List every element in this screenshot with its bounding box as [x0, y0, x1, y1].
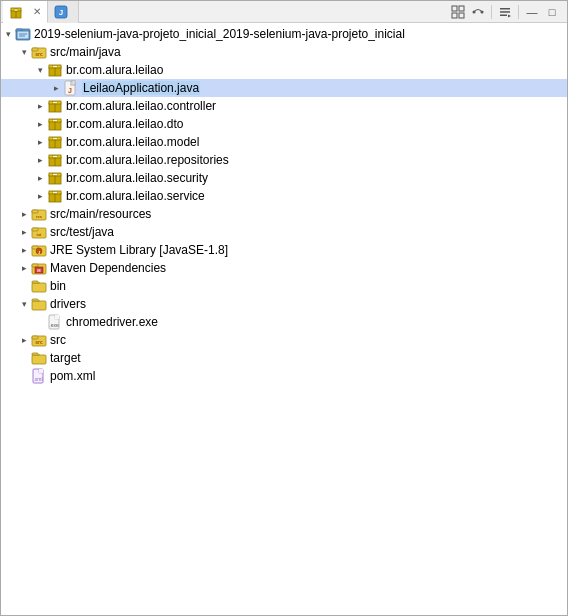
tree-toggle-19[interactable] [17, 351, 31, 365]
tree-toggle-17[interactable] [33, 315, 47, 329]
tree-toggle-10[interactable]: ▸ [33, 189, 47, 203]
tab-package-explorer-close[interactable]: ✕ [33, 6, 41, 17]
tree-item-17[interactable]: .exe chromedriver.exe [1, 313, 567, 331]
tree-label-16: drivers [50, 297, 86, 311]
tree-toggle-16[interactable]: ▾ [17, 297, 31, 311]
tree-toggle-18[interactable]: ▸ [17, 333, 31, 347]
tree-toggle-6[interactable]: ▸ [33, 117, 47, 131]
svg-rect-74 [55, 315, 59, 319]
view-menu-button[interactable] [496, 3, 514, 21]
link-with-editor-button[interactable] [469, 3, 487, 21]
svg-point-11 [481, 10, 484, 13]
tree-item-9[interactable]: ▸ br.com.alura.leilao.security [1, 169, 567, 187]
package-explorer-icon [9, 5, 23, 19]
tree-icon-16 [31, 296, 47, 312]
tree-toggle-4[interactable]: ▸ [49, 81, 63, 95]
tree-item-2[interactable]: ▾ src src/main/java [1, 43, 567, 61]
svg-text:.exe: .exe [49, 322, 59, 328]
tree-item-4[interactable]: ▸ J LeilaoApplication.java [1, 79, 567, 97]
svg-marker-15 [508, 14, 511, 17]
tree-item-15[interactable]: bin [1, 277, 567, 295]
tree-icon-5 [47, 98, 63, 114]
tabs-container: ✕ J [3, 1, 79, 22]
tree-toggle-5[interactable]: ▸ [33, 99, 47, 113]
svg-rect-43 [53, 138, 58, 140]
tree-label-20: pom.xml [50, 369, 95, 383]
svg-rect-51 [53, 174, 58, 176]
tree-item-11[interactable]: ▸ res src/main/resources [1, 205, 567, 223]
svg-text:res: res [36, 214, 43, 219]
tree-item-10[interactable]: ▸ br.com.alura.leilao.service [1, 187, 567, 205]
svg-rect-82 [39, 369, 43, 373]
tree-item-18[interactable]: ▸ src src [1, 331, 567, 349]
minimize-button[interactable]: — [523, 3, 541, 21]
tree-icon-17: .exe [47, 314, 63, 330]
tree-icon-18: src [31, 332, 47, 348]
tree-toggle-11[interactable]: ▸ [17, 207, 31, 221]
tree-icon-10 [47, 188, 63, 204]
tree-toggle-13[interactable]: ▸ [17, 243, 31, 257]
svg-rect-12 [500, 8, 510, 10]
svg-rect-55 [53, 192, 58, 194]
svg-rect-3 [14, 9, 18, 11]
tree-toggle-1[interactable]: ▾ [1, 27, 15, 41]
tree-label-8: br.com.alura.leilao.repositories [66, 153, 229, 167]
svg-rect-8 [452, 13, 457, 18]
tree-label-11: src/main/resources [50, 207, 151, 221]
tree-icon-13: J [31, 242, 47, 258]
tree-icon-3 [47, 62, 63, 78]
tab-package-explorer[interactable]: ✕ [3, 1, 48, 23]
tree-toggle-14[interactable]: ▸ [17, 261, 31, 275]
svg-rect-57 [32, 210, 38, 213]
tree-toggle-20[interactable] [17, 369, 31, 383]
svg-rect-27 [53, 66, 58, 68]
tree-item-1[interactable]: ▾ 2019-selenium-java-projeto_inicial_201… [1, 25, 567, 43]
tree-item-16[interactable]: ▾ drivers [1, 295, 567, 313]
tree-label-6: br.com.alura.leilao.dto [66, 117, 183, 131]
svg-rect-67 [32, 264, 38, 267]
tree-item-20[interactable]: .xml pom.xml [1, 367, 567, 385]
tree-label-15: bin [50, 279, 66, 293]
svg-text:src: src [35, 51, 43, 57]
svg-rect-70 [32, 283, 46, 292]
tree-label-17: chromedriver.exe [66, 315, 158, 329]
tree-item-14[interactable]: ▸ M Maven Dependencies [1, 259, 567, 277]
svg-rect-18 [17, 31, 29, 39]
tree-icon-7 [47, 134, 63, 150]
tree-toggle-12[interactable]: ▸ [17, 225, 31, 239]
svg-rect-14 [500, 14, 507, 16]
tree-toggle-7[interactable]: ▸ [33, 135, 47, 149]
svg-point-10 [473, 10, 476, 13]
maximize-button[interactable]: □ [543, 3, 561, 21]
tree-toggle-2[interactable]: ▾ [17, 45, 31, 59]
tree-toggle-15[interactable] [17, 279, 31, 293]
tree-label-7: br.com.alura.leilao.model [66, 135, 199, 149]
junit-icon: J [54, 5, 68, 19]
tree-item-12[interactable]: ▸ tst src/test/java [1, 223, 567, 241]
eclipse-window: ✕ J [0, 0, 568, 616]
tree-item-3[interactable]: ▾ br.com.alura.leilao [1, 61, 567, 79]
tree-item-19[interactable]: target [1, 349, 567, 367]
tree-item-13[interactable]: ▸ J JRE System Library [JavaSE-1.8] [1, 241, 567, 259]
svg-rect-35 [53, 102, 58, 104]
tree-item-8[interactable]: ▸ br.com.alura.leilao.repositories [1, 151, 567, 169]
svg-rect-79 [32, 355, 46, 364]
collapse-all-button[interactable] [449, 3, 467, 21]
tree-toggle-3[interactable]: ▾ [33, 63, 47, 77]
tree-label-2: src/main/java [50, 45, 121, 59]
svg-rect-47 [53, 156, 58, 158]
tree-toggle-8[interactable]: ▸ [33, 153, 47, 167]
tab-junit[interactable]: J [48, 1, 79, 23]
tree-item-7[interactable]: ▸ br.com.alura.leilao.model [1, 133, 567, 151]
svg-rect-9 [459, 13, 464, 18]
tree-icon-4: J [63, 80, 79, 96]
svg-rect-13 [500, 11, 510, 13]
tree-item-5[interactable]: ▸ br.com.alura.leilao.controller [1, 97, 567, 115]
svg-rect-7 [459, 6, 464, 11]
tree-toggle-9[interactable]: ▸ [33, 171, 47, 185]
tree-area[interactable]: ▾ 2019-selenium-java-projeto_inicial_201… [1, 23, 567, 615]
tree-item-6[interactable]: ▸ br.com.alura.leilao.dto [1, 115, 567, 133]
svg-text:J: J [59, 8, 63, 17]
toolbar-right: — □ [449, 3, 565, 21]
toolbar-separator2 [518, 5, 519, 19]
